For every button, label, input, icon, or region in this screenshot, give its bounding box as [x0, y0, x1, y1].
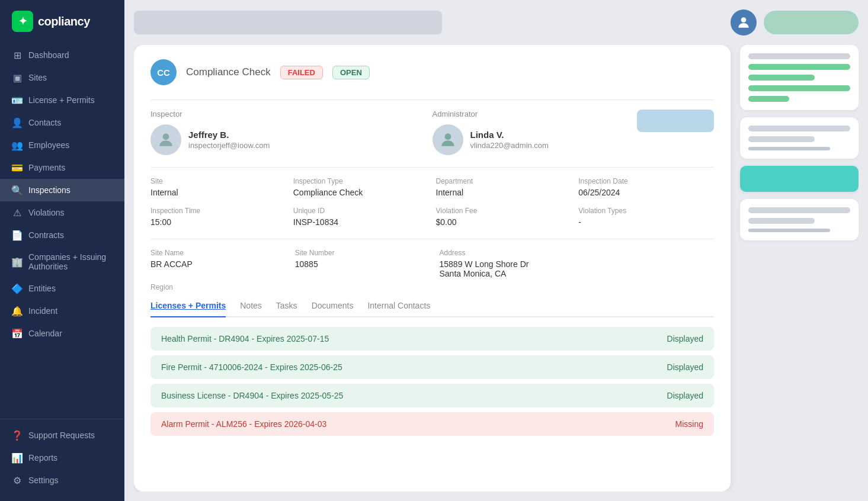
field-label: Unique ID: [293, 207, 429, 215]
logo-icon: ✦: [12, 11, 33, 32]
admin-info: Linda V. vlinda220@admin.com: [433, 124, 630, 155]
tab-licenses[interactable]: Licenses + Permits: [150, 301, 226, 317]
field-label: Violation Fee: [436, 207, 572, 215]
right-card-1: [740, 45, 859, 110]
permit-row[interactable]: Fire Permit - 4710006-2024 - Expires 202…: [150, 355, 714, 379]
sidebar-item-label: Employees: [28, 140, 69, 150]
people-section: Inspector Jeffrey B. inspectorjeff@ioow.…: [150, 110, 714, 155]
topbar-right: [731, 9, 859, 36]
tab-documents[interactable]: Documents: [312, 301, 354, 317]
permit-row[interactable]: Alarm Permit - ALM256 - Expires 2026-04-…: [150, 412, 714, 436]
sidebar-item-sites[interactable]: ▣ Sites: [0, 66, 124, 89]
contracts-icon: 📄: [12, 230, 23, 240]
field-label: Inspection Date: [578, 177, 714, 185]
permit-status: Displayed: [667, 362, 703, 372]
field-site: Site Internal: [150, 177, 286, 197]
main-area: CC Compliance Check FAILED OPEN Inspecto…: [124, 0, 868, 501]
admin-action-button[interactable]: [637, 110, 714, 132]
permit-row[interactable]: Health Permit - DR4904 - Expires 2025-07…: [150, 327, 714, 351]
inspector-email: inspectorjeff@ioow.com: [188, 141, 270, 150]
violations-icon: ⚠: [12, 207, 23, 218]
admin-info-wrap: Administrator Linda V. vlinda220@admin.c…: [433, 110, 630, 155]
sidebar-nav: ⊞ Dashboard ▣ Sites 🪪 License + Permits …: [0, 41, 124, 414]
sidebar-item-incident[interactable]: 🔔 Incident: [0, 300, 124, 322]
field-value-line1: 15889 W Long Shore Dr: [440, 259, 715, 269]
inspector-label: Inspector: [150, 110, 433, 118]
permit-status: Missing: [675, 419, 703, 429]
sidebar-item-contracts[interactable]: 📄 Contracts: [0, 224, 124, 246]
field-value: 10885: [295, 259, 433, 269]
user-avatar: [731, 9, 757, 36]
sidebar-item-label: Contacts: [28, 118, 61, 127]
sidebar-item-violations[interactable]: ⚠ Violations: [0, 201, 124, 224]
license-icon: 🪪: [12, 95, 23, 105]
incident-icon: 🔔: [12, 306, 23, 316]
field-value: Internal: [436, 188, 572, 197]
field-label: Inspection Type: [293, 177, 429, 185]
sidebar: ✦ copliancy ⊞ Dashboard ▣ Sites 🪪 Licens…: [0, 0, 124, 501]
right-scrollbar[interactable]: [748, 229, 830, 232]
tab-tasks[interactable]: Tasks: [276, 301, 297, 317]
field-unique-id: Unique ID INSP-10834: [293, 207, 429, 227]
admin-label: Administrator: [433, 110, 630, 118]
admin-details: Linda V. vlinda220@admin.com: [470, 130, 549, 150]
sidebar-item-employees[interactable]: 👥 Employees: [0, 134, 124, 156]
sidebar-item-label: Sites: [28, 73, 47, 82]
field-value: BR ACCAP: [150, 259, 288, 269]
sidebar-item-inspections[interactable]: 🔍 Inspections: [0, 179, 124, 201]
details-grid-1: Site Internal Inspection Type Compliance…: [150, 177, 714, 227]
tab-notes[interactable]: Notes: [240, 301, 262, 317]
field-label: Address: [440, 249, 715, 257]
tabs: Licenses + Permits Notes Tasks Documents…: [150, 301, 714, 317]
sidebar-item-support[interactable]: ❓ Support Requests: [0, 424, 124, 447]
sidebar-item-payments[interactable]: 💳 Payments: [0, 156, 124, 179]
sidebar-item-license-permits[interactable]: 🪪 License + Permits: [0, 89, 124, 111]
divider-1: [150, 99, 714, 100]
field-label: Site Name: [150, 249, 288, 257]
sidebar-item-dashboard[interactable]: ⊞ Dashboard: [0, 44, 124, 66]
permit-row[interactable]: Business License - DR4904 - Expires 2025…: [150, 384, 714, 407]
logo-text: copliancy: [38, 15, 90, 28]
sidebar-item-label: Companies + Issuing Authorities: [28, 252, 113, 271]
status-open-badge: OPEN: [332, 66, 370, 79]
content-area: CC Compliance Check FAILED OPEN Inspecto…: [134, 45, 859, 492]
field-value: -: [578, 217, 714, 227]
dashboard-icon: ⊞: [12, 50, 23, 60]
sites-icon: ▣: [12, 72, 23, 83]
topbar-action-button[interactable]: [764, 11, 859, 34]
field-label: Region: [150, 283, 714, 291]
permit-name: Alarm Permit - ALM256 - Expires 2026-04-…: [161, 419, 326, 429]
sidebar-item-reports[interactable]: 📊 Reports: [0, 447, 124, 469]
search-bar[interactable]: [134, 11, 442, 34]
field-value: Internal: [150, 188, 286, 197]
field-address: Address 15889 W Long Shore Dr Santa Moni…: [440, 249, 715, 278]
tab-internal-contacts[interactable]: Internal Contacts: [367, 301, 430, 317]
field-label: Violation Types: [578, 207, 714, 215]
admin-name: Linda V.: [470, 130, 549, 140]
logo-area: ✦ copliancy: [0, 0, 124, 41]
field-value: INSP-10834: [293, 217, 429, 227]
field-inspection-time: Inspection Time 15:00: [150, 207, 286, 227]
svg-point-0: [741, 17, 747, 23]
sidebar-item-entities[interactable]: 🔷 Entities: [0, 277, 124, 300]
right-scrollbar[interactable]: [748, 147, 830, 150]
sidebar-item-calendar[interactable]: 📅 Calendar: [0, 322, 124, 345]
admin-avatar: [433, 124, 463, 155]
sidebar-item-label: Contracts: [28, 230, 64, 240]
field-violation-fee: Violation Fee $0.00: [436, 207, 572, 227]
sidebar-item-contacts[interactable]: 👤 Contacts: [0, 111, 124, 134]
sidebar-item-companies[interactable]: 🏢 Companies + Issuing Authorities: [0, 246, 124, 277]
permit-status: Displayed: [667, 334, 703, 343]
right-bar: [748, 126, 850, 131]
sidebar-item-label: Dashboard: [28, 50, 69, 60]
svg-point-2: [444, 133, 451, 140]
sidebar-bottom: ❓ Support Requests 📊 Reports ⚙ Settings: [0, 419, 124, 501]
permit-list: Health Permit - DR4904 - Expires 2025-07…: [150, 327, 714, 436]
sidebar-item-label: Support Requests: [28, 431, 95, 440]
sidebar-item-settings[interactable]: ⚙ Settings: [0, 469, 124, 492]
support-icon: ❓: [12, 430, 23, 441]
site-details-grid: Site Name BR ACCAP Site Number 10885 Add…: [150, 249, 714, 278]
inspector-info: Jeffrey B. inspectorjeff@ioow.com: [150, 124, 433, 155]
permit-name: Fire Permit - 4710006-2024 - Expires 202…: [161, 362, 342, 372]
field-region: Region: [150, 283, 714, 291]
